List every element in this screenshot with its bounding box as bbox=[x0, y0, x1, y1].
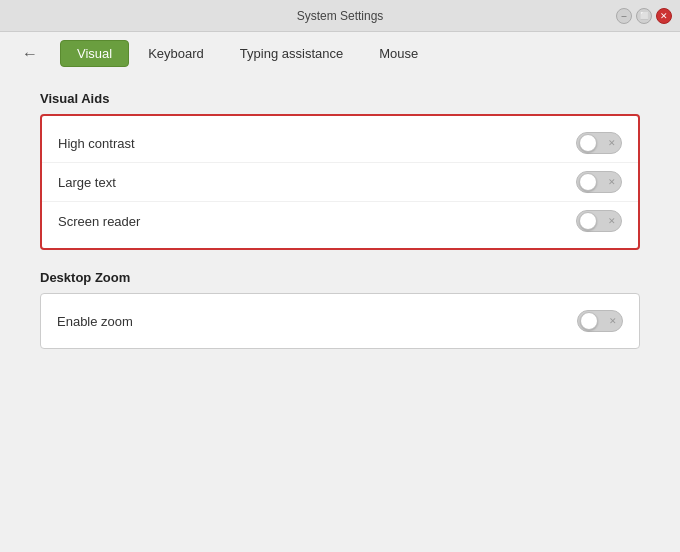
large-text-row: Large text ✕ bbox=[42, 163, 638, 202]
tab-typing-assistance[interactable]: Typing assistance bbox=[223, 40, 360, 67]
screen-reader-toggle[interactable]: ✕ bbox=[576, 210, 622, 232]
large-text-label: Large text bbox=[58, 175, 116, 190]
app-window: System Settings – ⬜ ✕ ← Visual Keyboard … bbox=[0, 0, 680, 552]
visual-aids-title: Visual Aids bbox=[40, 91, 640, 106]
enable-zoom-label: Enable zoom bbox=[57, 314, 133, 329]
window-controls: – ⬜ ✕ bbox=[616, 8, 672, 24]
toggle-knob bbox=[579, 173, 597, 191]
desktop-zoom-title: Desktop Zoom bbox=[40, 270, 640, 285]
tab-visual[interactable]: Visual bbox=[60, 40, 129, 67]
titlebar: System Settings – ⬜ ✕ bbox=[0, 0, 680, 32]
restore-button[interactable]: ⬜ bbox=[636, 8, 652, 24]
tab-bar: Visual Keyboard Typing assistance Mouse bbox=[60, 40, 435, 67]
toggle-knob bbox=[579, 134, 597, 152]
tab-mouse[interactable]: Mouse bbox=[362, 40, 435, 67]
window-title: System Settings bbox=[297, 9, 384, 23]
desktop-zoom-box: Enable zoom ✕ bbox=[40, 293, 640, 349]
enable-zoom-toggle[interactable]: ✕ bbox=[577, 310, 623, 332]
visual-aids-box: High contrast ✕ Large text ✕ Screen read… bbox=[40, 114, 640, 250]
toggle-knob bbox=[580, 312, 598, 330]
main-content: Visual Aids High contrast ✕ Large text ✕ bbox=[0, 75, 680, 552]
minimize-button[interactable]: – bbox=[616, 8, 632, 24]
large-text-toggle[interactable]: ✕ bbox=[576, 171, 622, 193]
high-contrast-label: High contrast bbox=[58, 136, 135, 151]
high-contrast-row: High contrast ✕ bbox=[42, 124, 638, 163]
enable-zoom-row: Enable zoom ✕ bbox=[41, 302, 639, 340]
toolbar: ← Visual Keyboard Typing assistance Mous… bbox=[0, 32, 680, 75]
screen-reader-label: Screen reader bbox=[58, 214, 140, 229]
tab-keyboard[interactable]: Keyboard bbox=[131, 40, 221, 67]
screen-reader-row: Screen reader ✕ bbox=[42, 202, 638, 240]
desktop-zoom-section: Desktop Zoom Enable zoom ✕ bbox=[40, 270, 640, 349]
visual-aids-section: Visual Aids High contrast ✕ Large text ✕ bbox=[40, 91, 640, 250]
close-button[interactable]: ✕ bbox=[656, 8, 672, 24]
high-contrast-toggle[interactable]: ✕ bbox=[576, 132, 622, 154]
toggle-knob bbox=[579, 212, 597, 230]
back-button[interactable]: ← bbox=[16, 43, 44, 65]
